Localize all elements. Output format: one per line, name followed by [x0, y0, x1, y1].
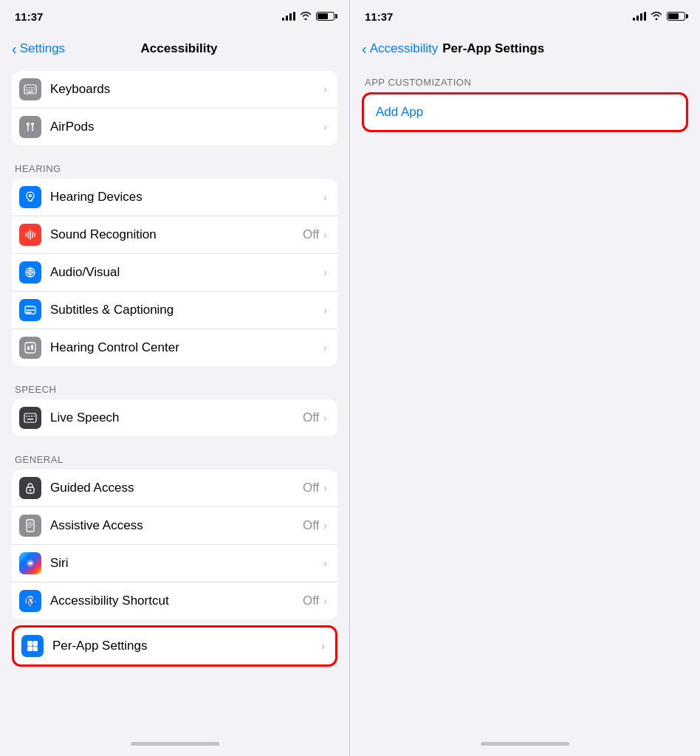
airpods-label: AirPods — [50, 120, 323, 134]
svg-rect-7 — [31, 89, 32, 91]
left-home-bar — [131, 742, 219, 746]
assistive-access-chevron: › — [323, 520, 327, 532]
right-battery-icon — [667, 12, 685, 21]
hearing-devices-row[interactable]: Hearing Devices › — [12, 179, 337, 216]
svg-rect-2 — [29, 87, 30, 89]
siri-label: Siri — [50, 556, 323, 571]
add-app-row[interactable]: Add App — [364, 94, 686, 130]
guided-access-icon — [19, 477, 41, 499]
audio-visual-icon — [19, 261, 41, 284]
assistive-access-icon — [19, 515, 41, 537]
top-settings-group: Keyboards › AirPods › — [12, 71, 337, 145]
keyboards-row[interactable]: Keyboards › — [12, 71, 337, 109]
back-chevron-icon: ‹ — [12, 41, 17, 58]
svg-rect-25 — [24, 413, 36, 422]
siri-chevron: › — [323, 557, 327, 569]
left-back-label: Settings — [20, 41, 65, 56]
airpods-chevron: › — [323, 121, 327, 133]
keyboards-icon — [19, 78, 41, 100]
svg-point-14 — [29, 194, 32, 197]
svg-rect-22 — [25, 343, 35, 353]
right-nav-bar: ‹ Accessibility Per-App Settings — [350, 32, 700, 65]
accessibility-shortcut-label: Accessibility Shortcut — [50, 594, 303, 608]
guided-access-label: Guided Access — [50, 481, 303, 495]
svg-rect-27 — [29, 416, 30, 417]
per-app-settings-chevron: › — [321, 640, 325, 652]
svg-text:♿: ♿ — [26, 597, 35, 606]
svg-rect-26 — [26, 416, 27, 417]
guided-access-row[interactable]: Guided Access Off › — [12, 470, 337, 507]
per-app-settings-group: Per-App Settings › — [12, 625, 337, 667]
live-speech-value: Off — [303, 410, 319, 425]
svg-rect-4 — [34, 87, 35, 89]
hearing-devices-chevron: › — [323, 191, 327, 203]
svg-rect-40 — [27, 641, 32, 646]
left-status-bar: 11:37 — [0, 0, 349, 32]
right-page-title: Per-App Settings — [442, 41, 544, 56]
right-back-chevron-icon: ‹ — [362, 41, 367, 58]
accessibility-shortcut-row[interactable]: ♿ Accessibility Shortcut Off › — [12, 583, 337, 619]
siri-row[interactable]: Siri › — [12, 545, 337, 583]
svg-rect-30 — [27, 419, 34, 420]
sound-recognition-chevron: › — [323, 229, 327, 241]
svg-rect-8 — [34, 89, 35, 91]
add-app-container: Add App — [362, 92, 688, 132]
guided-access-chevron: › — [323, 482, 327, 494]
sound-recognition-row[interactable]: Sound Recognition Off › — [12, 216, 337, 254]
per-app-settings-row[interactable]: Per-App Settings › — [14, 628, 335, 664]
hearing-control-center-row[interactable]: Hearing Control Center › — [12, 329, 337, 366]
guided-access-value: Off — [303, 481, 319, 495]
accessibility-shortcut-value: Off — [303, 594, 319, 608]
audio-visual-label: Audio/Visual — [50, 265, 323, 280]
svg-rect-28 — [31, 416, 32, 417]
left-status-icons — [282, 11, 334, 22]
left-nav-bar: ‹ Settings Accessibility — [0, 32, 349, 65]
svg-rect-24 — [31, 345, 33, 350]
svg-rect-1 — [26, 87, 27, 89]
add-app-label: Add App — [376, 105, 423, 119]
right-home-bar — [481, 742, 569, 746]
airpods-row[interactable]: AirPods › — [12, 109, 337, 145]
live-speech-row[interactable]: Live Speech Off › — [12, 399, 337, 436]
svg-rect-29 — [34, 416, 35, 417]
hearing-control-center-chevron: › — [323, 342, 327, 354]
right-back-button[interactable]: ‹ Accessibility — [362, 41, 438, 58]
right-scroll-content: APP CUSTOMIZATION Add App — [350, 65, 700, 731]
subtitles-captioning-icon — [19, 299, 41, 321]
airpods-icon — [19, 116, 41, 138]
general-section-label: GENERAL — [0, 442, 349, 470]
battery-icon — [316, 12, 334, 21]
right-signal-icon — [633, 12, 646, 21]
live-speech-icon — [19, 407, 41, 429]
svg-rect-23 — [27, 346, 30, 350]
right-status-bar: 11:37 — [350, 0, 700, 32]
svg-rect-5 — [26, 89, 27, 91]
assistive-access-row[interactable]: Assistive Access Off › — [12, 507, 337, 545]
keyboards-label: Keyboards — [50, 82, 323, 97]
svg-rect-33 — [27, 520, 34, 532]
sound-recognition-icon — [19, 224, 41, 246]
right-time: 11:37 — [365, 10, 393, 23]
audio-visual-chevron: › — [323, 267, 327, 278]
general-settings-group: Guided Access Off › Assistive Access Off… — [12, 470, 337, 619]
audio-visual-row[interactable]: Audio/Visual › — [12, 254, 337, 292]
accessibility-shortcut-icon: ♿ — [19, 590, 41, 612]
live-speech-chevron: › — [323, 412, 327, 424]
svg-rect-41 — [33, 641, 38, 646]
subtitles-captioning-row[interactable]: Subtitles & Captioning › — [12, 292, 337, 329]
right-home-indicator — [350, 731, 700, 756]
left-back-button[interactable]: ‹ Settings — [12, 41, 65, 58]
speech-settings-group: Live Speech Off › — [12, 399, 337, 436]
hearing-settings-group: Hearing Devices › Sound Recognition Off … — [12, 179, 337, 366]
left-home-indicator — [0, 731, 349, 756]
hearing-section-label: HEARING — [0, 151, 349, 179]
svg-rect-43 — [33, 647, 38, 652]
speech-section-label: SPEECH — [0, 372, 349, 399]
sound-recognition-label: Sound Recognition — [50, 227, 303, 242]
hearing-control-center-icon — [19, 337, 41, 359]
hearing-devices-label: Hearing Devices — [50, 190, 323, 205]
assistive-access-label: Assistive Access — [50, 518, 303, 533]
siri-icon — [19, 552, 41, 574]
per-app-settings-icon — [21, 635, 44, 657]
live-speech-label: Live Speech — [50, 410, 303, 425]
